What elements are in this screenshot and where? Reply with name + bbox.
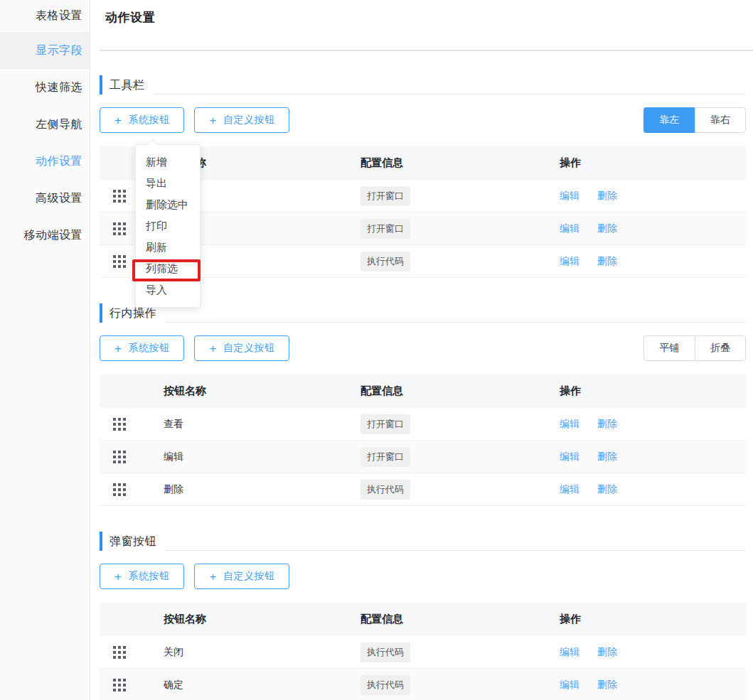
- layout-flat-segment[interactable]: 平铺: [643, 335, 695, 361]
- edit-link[interactable]: 编辑: [560, 418, 580, 429]
- drag-handle-icon[interactable]: [113, 255, 116, 258]
- drag-handle-icon[interactable]: [113, 646, 116, 649]
- column-header-ops: 操作: [560, 613, 746, 626]
- sidebar-item-quick-filter[interactable]: 快速筛选: [0, 69, 90, 106]
- menu-item-refresh[interactable]: 刷新: [136, 237, 200, 258]
- delete-link[interactable]: 删除: [597, 483, 617, 495]
- edit-link[interactable]: 编辑: [560, 222, 580, 234]
- menu-item-delete-selected[interactable]: 删除选中: [136, 194, 200, 215]
- edit-link[interactable]: 编辑: [560, 646, 580, 657]
- inline-button-row: + 系统按钮 + 自定义按钮 平铺 折叠: [100, 335, 746, 361]
- add-system-button-label: 系统按钮: [128, 342, 169, 355]
- drag-handle-icon[interactable]: [113, 190, 116, 193]
- add-system-button[interactable]: + 系统按钮: [100, 564, 184, 589]
- delete-link[interactable]: 删除: [597, 451, 617, 462]
- align-left-segment[interactable]: 靠左: [643, 107, 695, 133]
- align-right-segment[interactable]: 靠右: [695, 107, 746, 133]
- column-header-config: 配置信息: [361, 156, 560, 170]
- add-custom-button[interactable]: + 自定义按钮: [194, 107, 289, 133]
- sidebar-item-table-settings[interactable]: 表格设置: [0, 0, 90, 32]
- sidebar-item-display-fields[interactable]: 显示字段: [0, 32, 90, 69]
- table-row: 查看 打开窗口 编辑 删除: [100, 408, 746, 441]
- section-header-toolbar: 工具栏: [100, 75, 746, 95]
- config-badge: 打开窗口: [361, 414, 410, 434]
- plus-icon: +: [209, 571, 216, 583]
- edit-link[interactable]: 编辑: [560, 190, 580, 201]
- add-custom-button[interactable]: + 自定义按钮: [194, 335, 289, 361]
- menu-item-add[interactable]: 新增: [136, 151, 200, 173]
- popup-buttons-table: 按钮名称 配置信息 操作 关闭 执行代码 编辑 删除 确定 执行代码 编辑 删除: [100, 603, 746, 700]
- plus-icon: +: [209, 343, 216, 355]
- column-header-config: 配置信息: [361, 384, 560, 398]
- delete-link[interactable]: 删除: [597, 222, 617, 234]
- button-name-cell: 关闭: [164, 646, 361, 659]
- add-system-button-label: 系统按钮: [128, 114, 169, 126]
- table-row: 编辑 打开窗口 编辑 删除: [100, 441, 746, 473]
- popup-button-row: + 系统按钮 + 自定义按钮: [100, 564, 746, 589]
- section-accent-bar: [100, 75, 102, 95]
- toolbar-button-row: + 系统按钮 + 自定义按钮 靠左 靠右: [100, 107, 746, 133]
- column-header-config: 配置信息: [361, 613, 560, 626]
- plus-icon: +: [114, 571, 122, 583]
- config-badge: 打开窗口: [361, 447, 410, 467]
- delete-link[interactable]: 删除: [597, 679, 617, 690]
- plus-icon: +: [114, 343, 122, 355]
- delete-link[interactable]: 删除: [597, 646, 617, 657]
- column-header-name: 按钮名称: [164, 613, 361, 626]
- column-header-ops: 操作: [560, 156, 746, 170]
- drag-handle-icon[interactable]: [113, 451, 116, 453]
- table-row: 确定 执行代码 编辑 删除: [100, 669, 746, 700]
- add-system-button[interactable]: + 系统按钮: [100, 107, 184, 133]
- sidebar-item-action-settings[interactable]: 动作设置: [0, 143, 90, 180]
- section-underline: [154, 75, 747, 95]
- menu-item-print[interactable]: 打印: [136, 215, 200, 237]
- sidebar-item-left-nav[interactable]: 左侧导航: [0, 106, 90, 143]
- table-row: 关闭 执行代码 编辑 删除: [100, 636, 746, 669]
- settings-sidebar: 表格设置 显示字段 快速筛选 左侧导航 动作设置 高级设置 移动端设置: [0, 0, 90, 700]
- menu-item-column-filter[interactable]: 列筛选: [136, 258, 200, 279]
- config-badge: 执行代码: [361, 675, 410, 695]
- config-badge: 执行代码: [361, 480, 410, 500]
- add-custom-button-label: 自定义按钮: [223, 570, 275, 583]
- section-title-toolbar: 工具栏: [110, 75, 145, 95]
- sidebar-item-mobile-settings[interactable]: 移动端设置: [0, 217, 90, 254]
- button-name-cell: 确定: [164, 679, 361, 691]
- plus-icon: +: [114, 114, 122, 126]
- add-custom-button-label: 自定义按钮: [223, 114, 275, 126]
- drag-handle-icon[interactable]: [113, 483, 116, 486]
- config-badge: 打开窗口: [361, 186, 410, 206]
- edit-link[interactable]: 编辑: [560, 255, 580, 266]
- drag-handle-icon[interactable]: [113, 222, 116, 225]
- edit-link[interactable]: 编辑: [560, 483, 580, 495]
- delete-link[interactable]: 删除: [597, 255, 617, 266]
- delete-link[interactable]: 删除: [597, 418, 617, 429]
- title-divider: [100, 50, 753, 51]
- section-header-popup: 弹窗按钮: [100, 532, 746, 551]
- drag-handle-icon[interactable]: [113, 418, 116, 421]
- section-accent-bar: [100, 532, 102, 551]
- config-badge: 执行代码: [361, 252, 410, 271]
- add-custom-button-label: 自定义按钮: [223, 342, 275, 355]
- add-custom-button[interactable]: + 自定义按钮: [194, 564, 289, 589]
- section-title-popup: 弹窗按钮: [110, 532, 156, 551]
- plus-icon: +: [209, 114, 216, 126]
- edit-link[interactable]: 编辑: [560, 451, 580, 462]
- inline-buttons-table: 按钮名称 配置信息 操作 查看 打开窗口 编辑 删除 编辑 打开窗口 编辑 删除…: [100, 375, 746, 506]
- table-header-row: 按钮名称 配置信息 操作: [100, 603, 746, 636]
- layout-collapse-segment[interactable]: 折叠: [695, 335, 746, 361]
- menu-item-import[interactable]: 导入: [136, 279, 200, 301]
- layout-toggle: 平铺 折叠: [643, 335, 746, 361]
- config-badge: 打开窗口: [361, 219, 410, 239]
- menu-item-export[interactable]: 导出: [136, 173, 200, 194]
- column-header-ops: 操作: [560, 384, 746, 398]
- button-name-cell: 查看: [164, 418, 361, 431]
- button-name-cell: 编辑: [164, 451, 361, 463]
- section-underline: [165, 303, 746, 323]
- delete-link[interactable]: 删除: [597, 190, 617, 201]
- main-content: 动作设置 工具栏 + 系统按钮 + 自定义按钮 靠左 靠右 按钮名称 配置信息 …: [91, 0, 753, 700]
- edit-link[interactable]: 编辑: [560, 679, 580, 690]
- drag-handle-icon[interactable]: [113, 679, 116, 682]
- add-system-button[interactable]: + 系统按钮: [100, 335, 184, 361]
- sidebar-item-advanced-settings[interactable]: 高级设置: [0, 180, 90, 217]
- page-title: 动作设置: [105, 9, 746, 26]
